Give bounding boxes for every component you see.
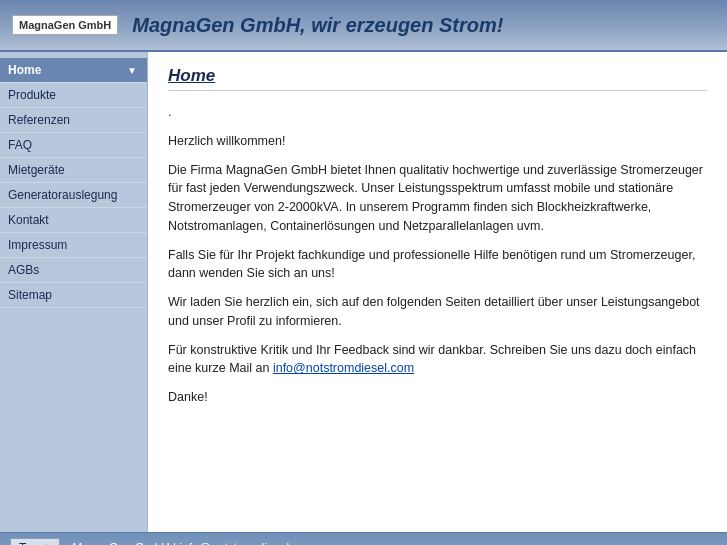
- sidebar: Home ▼ Produkte Referenzen FAQ Mietgerät…: [0, 52, 148, 532]
- main-layout: Home ▼ Produkte Referenzen FAQ Mietgerät…: [0, 52, 727, 532]
- sidebar-item-label: Impressum: [8, 238, 67, 252]
- sidebar-item-label: Produkte: [8, 88, 56, 102]
- sidebar-item-home[interactable]: Home ▼: [0, 58, 147, 83]
- top-label: Top: [19, 541, 38, 545]
- header: MagnaGen GmbH MagnaGen GmbH, wir erzeuge…: [0, 0, 727, 52]
- footer: Top △ MagnaGen GmbH | info@notstromdiese…: [0, 532, 727, 545]
- paragraph4: Für konstruktive Kritik und Ihr Feedback…: [168, 341, 707, 379]
- sidebar-item-label: Mietgeräte: [8, 163, 65, 177]
- page-title: Home: [168, 66, 707, 91]
- header-logo: MagnaGen GmbH: [12, 15, 118, 35]
- sidebar-item-label: Home: [8, 63, 41, 77]
- footer-info: MagnaGen GmbH | info@notstromdiesel.com: [72, 541, 315, 545]
- sidebar-item-label: AGBs: [8, 263, 39, 277]
- paragraph4-pre: Für konstruktive Kritik und Ihr Feedback…: [168, 343, 696, 376]
- top-arrow-icon: △: [42, 541, 51, 545]
- top-button[interactable]: Top △: [10, 538, 60, 545]
- sidebar-item-mietgeraete[interactable]: Mietgeräte: [0, 158, 147, 183]
- sidebar-item-produkte[interactable]: Produkte: [0, 83, 147, 108]
- paragraph3: Wir laden Sie herzlich ein, sich auf den…: [168, 293, 707, 331]
- sidebar-item-label: Generatorauslegung: [8, 188, 117, 202]
- paragraph1: Die Firma MagnaGen GmbH bietet Ihnen qua…: [168, 161, 707, 236]
- sidebar-item-generatorauslegung[interactable]: Generatorauslegung: [0, 183, 147, 208]
- content-area: Home . Herzlich willkommen! Die Firma Ma…: [148, 52, 727, 532]
- greeting: Herzlich willkommen!: [168, 132, 707, 151]
- sidebar-item-sitemap[interactable]: Sitemap: [0, 283, 147, 308]
- email-link[interactable]: info@notstromdiesel.com: [273, 361, 414, 375]
- sidebar-item-label: Referenzen: [8, 113, 70, 127]
- sidebar-item-kontakt[interactable]: Kontakt: [0, 208, 147, 233]
- sidebar-item-agbs[interactable]: AGBs: [0, 258, 147, 283]
- danke: Danke!: [168, 388, 707, 407]
- sidebar-item-label: FAQ: [8, 138, 32, 152]
- sidebar-item-faq[interactable]: FAQ: [0, 133, 147, 158]
- header-title: MagnaGen GmbH, wir erzeugen Strom!: [132, 14, 503, 37]
- dot-separator: .: [168, 103, 707, 122]
- sidebar-item-impressum[interactable]: Impressum: [0, 233, 147, 258]
- arrow-icon: ▼: [127, 65, 137, 76]
- sidebar-item-referenzen[interactable]: Referenzen: [0, 108, 147, 133]
- sidebar-item-label: Kontakt: [8, 213, 49, 227]
- sidebar-item-label: Sitemap: [8, 288, 52, 302]
- content-body: . Herzlich willkommen! Die Firma MagnaGe…: [168, 103, 707, 407]
- paragraph2: Falls Sie für Ihr Projekt fachkundige un…: [168, 246, 707, 284]
